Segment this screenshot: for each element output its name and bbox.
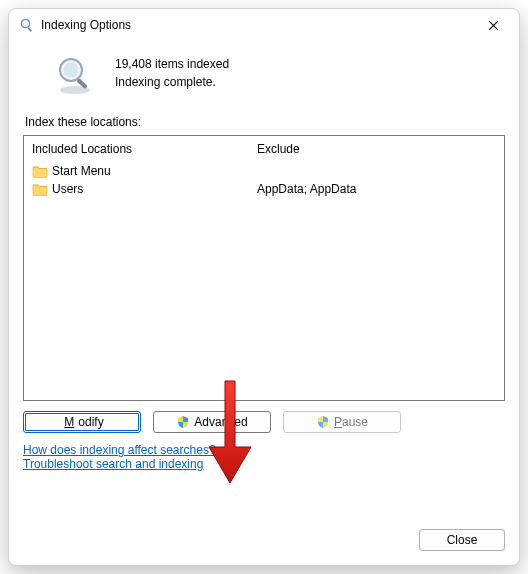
close-icon	[488, 20, 499, 31]
folder-icon	[32, 164, 48, 178]
modify-button[interactable]: Modify	[23, 411, 141, 433]
action-buttons: Modify Advanced	[23, 411, 505, 433]
advanced-button[interactable]: Advanced	[153, 411, 271, 433]
column-included: Included Locations	[24, 136, 249, 160]
exclude-cell	[257, 162, 496, 180]
indexing-options-window: Indexing Options 19,408 items indexed In…	[8, 8, 520, 566]
window-close-button[interactable]	[471, 10, 515, 40]
titlebar: Indexing Options	[9, 9, 519, 41]
svg-point-4	[64, 63, 79, 78]
advanced-label: Advanced	[194, 415, 247, 429]
location-row[interactable]: Start Menu	[32, 162, 241, 180]
location-name: Users	[52, 182, 83, 196]
indexing-state-text: Indexing complete.	[115, 73, 229, 91]
locations-listbox[interactable]: Included Locations Exclude Start Menu	[23, 135, 505, 401]
dialog-content: 19,408 items indexed Indexing complete. …	[9, 41, 519, 565]
magnifier-large-icon	[53, 53, 97, 97]
locations-label: Index these locations:	[25, 115, 503, 129]
items-indexed-text: 19,408 items indexed	[115, 55, 229, 73]
status-row: 19,408 items indexed Indexing complete.	[23, 41, 505, 105]
locations-header: Included Locations Exclude	[24, 136, 504, 160]
help-link-how[interactable]: How does indexing affect searches?	[23, 443, 216, 457]
uac-shield-icon	[316, 415, 330, 429]
location-row[interactable]: Users	[32, 180, 241, 198]
uac-shield-icon	[176, 415, 190, 429]
exclude-text: AppData; AppData	[257, 182, 356, 196]
help-link-troubleshoot[interactable]: Troubleshoot search and indexing	[23, 457, 203, 471]
pause-button: Pause	[283, 411, 401, 433]
folder-icon	[32, 182, 48, 196]
close-button[interactable]: Close	[419, 529, 505, 551]
location-name: Start Menu	[52, 164, 111, 178]
exclude-cell: AppData; AppData	[257, 180, 496, 198]
svg-rect-1	[27, 27, 32, 32]
column-exclude: Exclude	[249, 136, 504, 160]
svg-point-0	[21, 19, 29, 27]
magnifier-options-icon	[19, 17, 35, 33]
window-title: Indexing Options	[41, 18, 131, 32]
